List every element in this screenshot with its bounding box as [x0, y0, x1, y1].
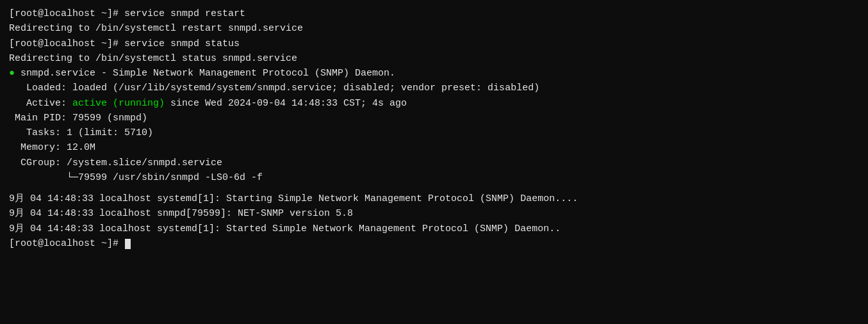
terminal-line-7: Active: active (running) since Wed 2024-… [9, 96, 859, 111]
terminal-line-1: [root@localhost ~]# service snmpd restar… [9, 6, 859, 21]
terminal-line-6: Loaded: loaded (/usr/lib/systemd/system/… [9, 81, 859, 95]
terminal-line-15: 9月 04 14:48:33 localhost systemd[1]: Sta… [9, 222, 859, 236]
prompt: [root@localhost ~]# [9, 238, 124, 249]
terminal-spacer [9, 185, 859, 191]
terminal-line-11: CGroup: /system.slice/snmpd.service [9, 156, 859, 170]
active-label: Active: [9, 98, 72, 109]
terminal-window[interactable]: [root@localhost ~]# service snmpd restar… [0, 0, 868, 324]
terminal-line-14: 9月 04 14:48:33 localhost snmpd[79599]: N… [9, 206, 859, 221]
status-dot: ● [9, 68, 20, 79]
terminal-line-13: 9月 04 14:48:33 localhost systemd[1]: Sta… [9, 191, 859, 206]
terminal-cursor [125, 239, 131, 249]
active-status: active (running) [72, 98, 165, 109]
terminal-line-2: Redirecting to /bin/systemctl restart sn… [9, 21, 859, 36]
terminal-line-9: Tasks: 1 (limit: 5710) [9, 126, 859, 140]
service-name: snmpd.service - Simple Network Managemen… [20, 68, 395, 79]
terminal-line-5: ● snmpd.service - Simple Network Managem… [9, 66, 859, 81]
active-since: since Wed 2024-09-04 14:48:33 CST; 4s ag… [165, 98, 407, 109]
terminal-line-3: [root@localhost ~]# service snmpd status [9, 36, 859, 51]
terminal-line-8: Main PID: 79599 (snmpd) [9, 111, 859, 126]
terminal-line-4: Redirecting to /bin/systemctl status snm… [9, 51, 859, 66]
terminal-line-10: Memory: 12.0M [9, 140, 859, 155]
terminal-line-12: └─79599 /usr/sbin/snmpd -LS0-6d -f [9, 170, 859, 185]
terminal-line-16: [root@localhost ~]# [9, 236, 859, 251]
